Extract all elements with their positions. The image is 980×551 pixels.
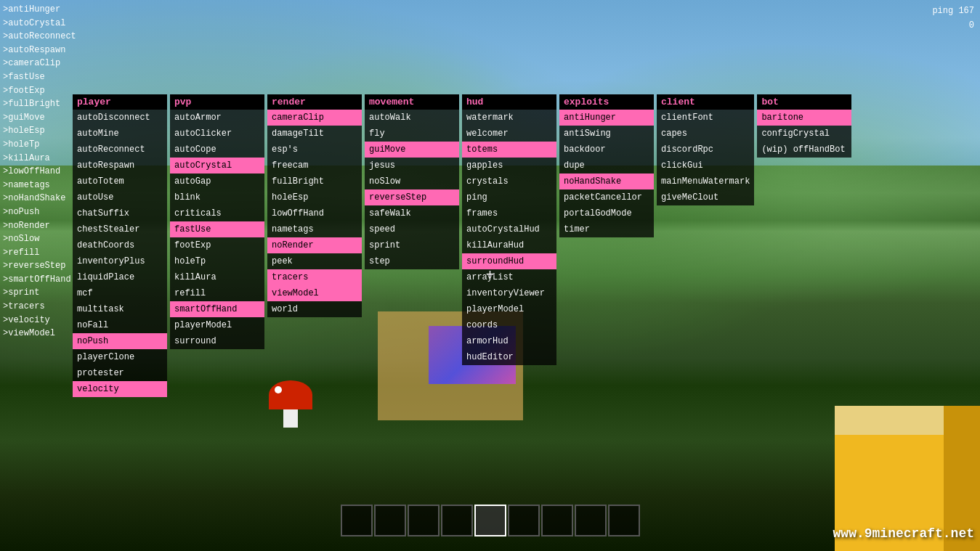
hotbar-slot-6[interactable] <box>541 505 573 536</box>
col-item[interactable]: reverseStep <box>365 189 459 205</box>
left-sidebar-item[interactable]: >smartOffHand <box>3 273 76 287</box>
col-item[interactable]: autoReconnect <box>73 142 167 158</box>
col-item[interactable]: step <box>365 253 459 269</box>
left-sidebar-item[interactable]: >nametags <box>3 179 76 192</box>
col-item[interactable]: fastUse <box>170 221 264 237</box>
col-item[interactable]: discordRpc <box>657 142 754 158</box>
col-item[interactable]: holeEsp <box>267 189 362 205</box>
hotbar-slot-7[interactable] <box>575 505 607 536</box>
col-item[interactable]: (wip) offHandBot <box>757 142 851 158</box>
col-item[interactable]: clientFont <box>657 110 754 126</box>
col-item[interactable]: lowOffHand <box>267 205 362 221</box>
col-item[interactable]: autoMine <box>73 126 167 142</box>
col-item[interactable]: autoTotem <box>73 174 167 189</box>
col-item[interactable]: playerModel <box>170 317 264 333</box>
col-item[interactable]: crystals <box>462 174 556 189</box>
left-sidebar-item[interactable]: >sprint <box>3 286 76 300</box>
col-item[interactable]: cameraClip <box>267 110 362 126</box>
col-item[interactable]: hudEditor <box>462 349 556 365</box>
col-item[interactable]: antiSwing <box>559 126 654 142</box>
col-item[interactable]: smartOffHand <box>170 301 264 317</box>
col-item[interactable]: tracers <box>267 269 362 285</box>
col-item[interactable]: playerModel <box>462 301 556 317</box>
col-item[interactable]: coords <box>462 317 556 333</box>
left-sidebar-item[interactable]: >footExp <box>3 84 76 98</box>
col-item[interactable]: autoWalk <box>365 110 459 126</box>
col-item[interactable]: backdoor <box>559 142 654 158</box>
col-item[interactable]: armorHud <box>462 333 556 349</box>
col-item[interactable]: arrayList <box>462 269 556 285</box>
col-item[interactable]: autoDisconnect <box>73 110 167 126</box>
hotbar-slot-5[interactable] <box>508 505 540 536</box>
hotbar-slot-3[interactable] <box>441 505 473 536</box>
col-item[interactable]: totems <box>462 142 556 158</box>
left-sidebar-item[interactable]: >killAura <box>3 152 76 166</box>
col-item[interactable]: autoUse <box>73 189 167 205</box>
col-item[interactable]: fullBright <box>267 174 362 189</box>
col-item[interactable]: world <box>267 301 362 317</box>
col-item[interactable]: esp's <box>267 142 362 158</box>
col-item[interactable]: antiHunger <box>559 110 654 126</box>
col-item[interactable]: autoCrystal <box>170 158 264 174</box>
left-sidebar-item[interactable]: >autoRespawn <box>3 44 76 57</box>
left-sidebar-item[interactable]: >noRender <box>3 219 76 233</box>
col-item[interactable]: blink <box>170 189 264 205</box>
col-item[interactable]: configCrystal <box>757 126 851 142</box>
left-sidebar-item[interactable]: >autoCrystal <box>3 17 76 30</box>
col-item[interactable]: frames <box>462 205 556 221</box>
col-item[interactable]: gapples <box>462 158 556 174</box>
col-item[interactable]: dupe <box>559 158 654 174</box>
col-item[interactable]: capes <box>657 126 754 142</box>
left-sidebar-item[interactable]: >holeEsp <box>3 124 76 138</box>
col-item[interactable]: playerClone <box>73 349 167 365</box>
col-item[interactable]: noPush <box>73 333 167 349</box>
col-item[interactable]: guiMove <box>365 142 459 158</box>
left-sidebar-item[interactable]: >noSlow <box>3 232 76 246</box>
col-item[interactable]: noHandShake <box>559 174 654 189</box>
col-item[interactable]: nametags <box>267 221 362 237</box>
col-item[interactable]: holeTp <box>170 253 264 269</box>
left-sidebar-item[interactable]: >refill <box>3 246 76 260</box>
col-item[interactable]: criticals <box>170 205 264 221</box>
col-item[interactable]: clickGui <box>657 158 754 174</box>
col-item[interactable]: peek <box>267 253 362 269</box>
left-sidebar-item[interactable]: >fullBright <box>3 97 76 111</box>
col-item[interactable]: protester <box>73 365 167 381</box>
col-item[interactable]: footExp <box>170 237 264 253</box>
left-sidebar-item[interactable]: >tracers <box>3 300 76 314</box>
left-sidebar-item[interactable]: >guiMove <box>3 111 76 125</box>
col-item[interactable]: autoCrystalHud <box>462 221 556 237</box>
col-item[interactable]: noRender <box>267 237 362 253</box>
hotbar-slot-8[interactable] <box>608 505 640 536</box>
col-item[interactable]: welcomer <box>462 126 556 142</box>
col-item[interactable]: timer <box>559 221 654 237</box>
col-item[interactable]: mcf <box>73 285 167 301</box>
col-item[interactable]: surround <box>170 333 264 349</box>
col-item[interactable]: giveMeClout <box>657 189 754 205</box>
col-item[interactable]: fly <box>365 126 459 142</box>
col-item[interactable]: freecam <box>267 158 362 174</box>
col-item[interactable]: noFall <box>73 317 167 333</box>
col-item[interactable]: surroundHud <box>462 253 556 269</box>
col-item[interactable]: refill <box>170 285 264 301</box>
col-item[interactable]: multitask <box>73 301 167 317</box>
col-item[interactable]: autoCope <box>170 142 264 158</box>
left-sidebar-item[interactable]: >cameraClip <box>3 57 76 70</box>
left-sidebar-item[interactable]: >noHandShake <box>3 192 76 205</box>
left-sidebar-item[interactable]: >holeTp <box>3 138 76 152</box>
col-item[interactable]: autoRespawn <box>73 158 167 174</box>
col-item[interactable]: noSlow <box>365 174 459 189</box>
left-sidebar-item[interactable]: >fastUse <box>3 70 76 84</box>
col-item[interactable]: safeWalk <box>365 205 459 221</box>
left-sidebar-item[interactable]: >velocity <box>3 314 76 327</box>
left-sidebar-item[interactable]: >autoReconnect <box>3 30 76 44</box>
left-sidebar-item[interactable]: >reverseStep <box>3 259 76 273</box>
hotbar-slot-0[interactable] <box>341 505 373 536</box>
col-item[interactable]: damageTilt <box>267 126 362 142</box>
col-item[interactable]: velocity <box>73 381 167 397</box>
col-item[interactable]: chatSuffix <box>73 205 167 221</box>
col-item[interactable]: inventoryViewer <box>462 285 556 301</box>
col-item[interactable]: autoClicker <box>170 126 264 142</box>
col-item[interactable]: jesus <box>365 158 459 174</box>
col-item[interactable]: watermark <box>462 110 556 126</box>
